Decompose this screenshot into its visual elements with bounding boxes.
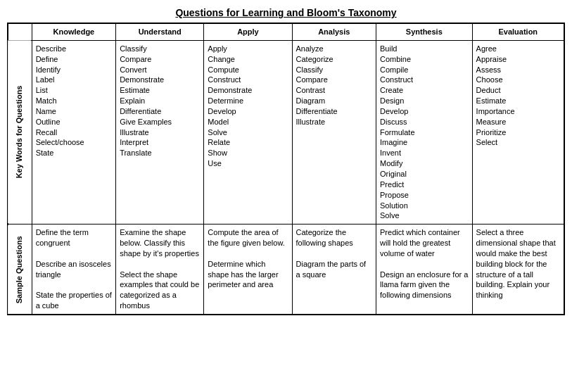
section2-evaluation: Select a three dimensional shape that wo… bbox=[472, 225, 564, 315]
header-apply: Apply bbox=[204, 23, 292, 40]
section1-synthesis: Build Combine Compile Construct Create D… bbox=[376, 40, 473, 224]
section1-knowledge: Describe Define Identify Label List Matc… bbox=[32, 40, 116, 224]
header-synthesis: Synthesis bbox=[376, 23, 473, 40]
section1-apply: Apply Change Compute Construct Demonstra… bbox=[204, 40, 292, 224]
section1-understand: Classify Compare Convert Demonstrate Est… bbox=[116, 40, 204, 224]
header-understand: Understand bbox=[116, 23, 204, 40]
section2-understand: Examine the shape below. Classify this s… bbox=[116, 225, 204, 315]
section2-knowledge: Define the term congruent Describe an is… bbox=[32, 225, 116, 315]
header-evaluation: Evaluation bbox=[472, 23, 564, 40]
section1-row-label: Key Words for Questions bbox=[8, 40, 32, 224]
header-knowledge: Knowledge bbox=[32, 23, 116, 40]
section2-synthesis: Predict which container will hold the gr… bbox=[376, 225, 473, 315]
page-title: Questions for Learning and Bloom's Taxon… bbox=[7, 7, 565, 18]
section2-apply: Compute the area of the figure given bel… bbox=[204, 225, 292, 315]
section2-analysis: Categorize the following shapes Diagram … bbox=[292, 225, 376, 315]
section1-analysis: Analyze Categorize Classify Compare Cont… bbox=[292, 40, 376, 224]
section2-row-label: Sample Questions bbox=[8, 225, 32, 315]
header-empty bbox=[8, 23, 32, 40]
header-analysis: Analysis bbox=[292, 23, 376, 40]
section1-evaluation: Agree Appraise Assess Choose Deduct Esti… bbox=[472, 40, 564, 224]
